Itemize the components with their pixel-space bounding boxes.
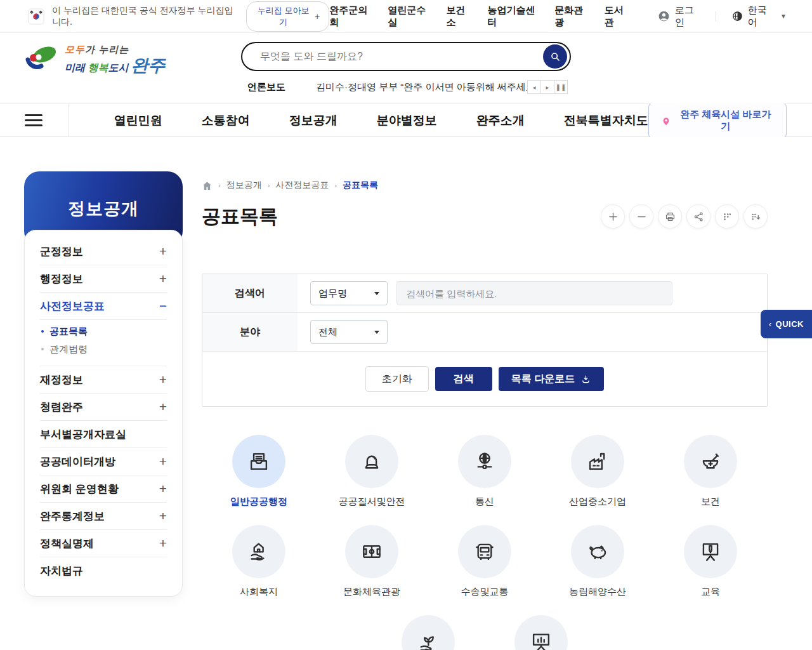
sidebar-item-완주통계정보[interactable]: 완주통계정보+	[40, 503, 167, 530]
sidebar-item-정책실명제[interactable]: 정책실명제+	[40, 530, 167, 557]
top-link-문화관광[interactable]: 문화관광	[554, 4, 589, 29]
category-산업중소기업[interactable]: 산업중소기업	[541, 435, 654, 507]
document-tray-icon	[247, 449, 271, 474]
breadcrumb-item-공표목록[interactable]: 공표목록	[343, 180, 378, 191]
search-submit-button[interactable]: 검색	[435, 367, 492, 391]
login-button[interactable]: 로그인	[657, 4, 700, 29]
category-통신[interactable]: 통신	[428, 435, 541, 507]
category-label: 수송및교통	[461, 586, 509, 597]
prev-button[interactable]: ◂	[527, 80, 541, 94]
language-label: 한국어	[748, 4, 772, 29]
category-사회복지[interactable]: 사회복지	[202, 525, 315, 597]
top-link-열린군수실[interactable]: 열린군수실	[388, 4, 431, 29]
sidebar-item-label: 정책실명제	[40, 536, 94, 551]
sidebar-item-행정정보[interactable]: 행정정보+	[40, 265, 167, 293]
top-link-도서관[interactable]: 도서관	[605, 4, 631, 29]
category-교육[interactable]: 교육	[654, 525, 767, 597]
breadcrumb: ›정보공개›사전정보공표›공표목록	[202, 180, 768, 191]
list-download-button[interactable]: 목록 다운로드	[499, 367, 604, 391]
gnb-item-분야별정보[interactable]: 분야별정보	[377, 112, 437, 129]
press-label: 언론보도	[247, 81, 285, 93]
sidebar-subitem-관계법령[interactable]: 관계법령	[40, 340, 167, 358]
gnb-item-전북특별자치도[interactable]: 전북특별자치도	[564, 112, 648, 129]
category-circle	[232, 525, 285, 578]
category-일반공공행정[interactable]: 일반공공행정	[202, 435, 315, 507]
print-button[interactable]	[658, 204, 682, 229]
category-chart-board[interactable]	[485, 615, 598, 650]
share-button[interactable]	[686, 204, 710, 229]
chevron-down-icon	[374, 292, 379, 295]
keyword-label: 검색어	[202, 274, 298, 312]
sidebar-item-label: 완주통계정보	[40, 509, 105, 524]
sports-facility-button[interactable]: 완주 체육시설 바로가기	[648, 102, 787, 139]
top-utility-bar: 이 누리집은 대한민국 공식 전자정부 누리집입니다. 누리집 모아보기 + 완…	[0, 0, 812, 33]
sports-field-icon	[360, 540, 384, 564]
pause-button[interactable]: ❚❚	[554, 80, 568, 94]
category-농림해양수산[interactable]: 농림해양수산	[541, 525, 654, 597]
sidebar-item-label: 행정정보	[40, 272, 83, 286]
sidebar-item-자치법규[interactable]: 자치법규	[40, 557, 167, 585]
home-icon[interactable]	[202, 180, 213, 191]
category-circle	[345, 435, 398, 488]
category-label: 통신	[475, 496, 494, 507]
search-button[interactable]	[543, 44, 567, 69]
expand-icon: +	[159, 481, 167, 496]
sidebar-item-label: 부서별공개자료실	[40, 427, 126, 442]
category-문화체육관광[interactable]: 문화체육관광	[315, 525, 428, 597]
chevron-right-icon: ›	[218, 182, 221, 189]
sidebar-item-군정정보[interactable]: 군정정보+	[40, 238, 167, 265]
breadcrumb-item-사전정보공표[interactable]: 사전정보공표	[275, 180, 329, 191]
font-zoom-out-button[interactable]	[629, 204, 653, 229]
sidebar-submenu: 공표목록관계법령	[40, 320, 167, 366]
site-logo[interactable]: 모두가 누리는 미래 행복도시완주	[23, 43, 165, 76]
chevron-down-icon: ▼	[780, 13, 787, 20]
category-hand-sprout[interactable]	[372, 615, 485, 650]
category-보건[interactable]: 보건	[654, 435, 767, 507]
braille-download-button[interactable]	[743, 204, 768, 229]
top-link-완주군의회[interactable]: 완주군의회	[329, 4, 372, 29]
sidebar-item-청렴완주[interactable]: 청렴완주+	[40, 394, 167, 421]
press-headline[interactable]: 김미수·정대영 부부 “완주 이서면 아동위해 써주세요”	[316, 81, 532, 93]
field-select[interactable]: 전체	[310, 320, 388, 344]
category-circle	[402, 615, 455, 650]
next-button[interactable]: ▸	[540, 80, 554, 94]
gnb-menu: 열린민원소통참여정보공개분야별정보완주소개전북특별자치도	[114, 104, 648, 136]
reset-button[interactable]: 초기화	[365, 366, 429, 392]
chevron-right-icon: ›	[268, 182, 270, 189]
keyword-input[interactable]	[396, 281, 672, 305]
category-label: 공공질서및안전	[339, 496, 405, 507]
search-input[interactable]	[242, 51, 543, 62]
language-selector[interactable]: 한국어 ▼	[731, 4, 787, 29]
sidebar-item-위원회 운영현황[interactable]: 위원회 운영현황+	[40, 475, 167, 503]
gnb-item-열린민원[interactable]: 열린민원	[114, 112, 162, 129]
gnb-item-정보공개[interactable]: 정보공개	[289, 112, 337, 129]
chart-board-icon	[529, 630, 553, 650]
press-ticker: 언론보도 김미수·정대영 부부 “완주 이서면 아동위해 써주세요”	[247, 81, 532, 93]
mortar-icon	[698, 449, 723, 474]
sidebar-subitem-공표목록[interactable]: 공표목록	[40, 322, 167, 340]
sidebar-item-label: 청렴완주	[40, 400, 83, 415]
sidebar-item-사전정보공표[interactable]: 사전정보공표−	[40, 293, 167, 320]
braille-button[interactable]	[715, 204, 739, 229]
font-zoom-in-button[interactable]	[601, 204, 625, 229]
top-link-보건소[interactable]: 보건소	[447, 4, 473, 29]
breadcrumb-item-정보공개[interactable]: 정보공개	[226, 180, 262, 191]
sidebar-item-재정정보[interactable]: 재정정보+	[40, 366, 167, 394]
plus-icon: +	[315, 11, 320, 22]
global-nav: 열린민원소통참여정보공개분야별정보완주소개전북특별자치도 완주 체육시설 바로가…	[0, 103, 812, 137]
category-label: 농림해양수산	[569, 586, 626, 597]
quick-menu-button[interactable]: ‹ QUICK	[761, 310, 812, 338]
divider	[716, 11, 716, 22]
braille-download-icon	[750, 211, 762, 223]
sidebar-item-부서별공개자료실[interactable]: 부서별공개자료실	[40, 421, 167, 448]
sidebar-item-공공데이터개방[interactable]: 공공데이터개방+	[40, 448, 167, 475]
category-공공질서및안전[interactable]: 공공질서및안전	[315, 435, 428, 507]
gnb-item-소통참여[interactable]: 소통참여	[202, 112, 250, 129]
gnb-item-완주소개[interactable]: 완주소개	[476, 112, 525, 129]
top-link-농업기술센터[interactable]: 농업기술센터	[487, 4, 539, 29]
site-collection-button[interactable]: 누리집 모아보기 +	[246, 1, 329, 32]
keyword-type-select[interactable]: 업무명	[310, 281, 388, 305]
expand-icon: +	[159, 372, 167, 387]
menu-hamburger-icon[interactable]	[25, 111, 43, 129]
category-수송및교통[interactable]: 수송및교통	[428, 525, 541, 597]
